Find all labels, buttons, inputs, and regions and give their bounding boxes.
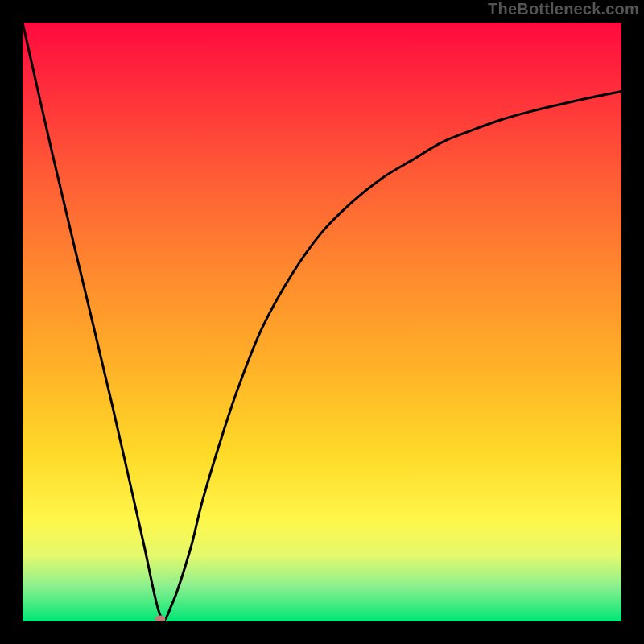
minimum-marker — [155, 616, 166, 622]
chart-frame: TheBottleneck.com — [0, 0, 644, 644]
bottleneck-curve — [23, 23, 621, 621]
attribution-text: TheBottleneck.com — [488, 0, 639, 19]
plot-area — [23, 23, 621, 621]
